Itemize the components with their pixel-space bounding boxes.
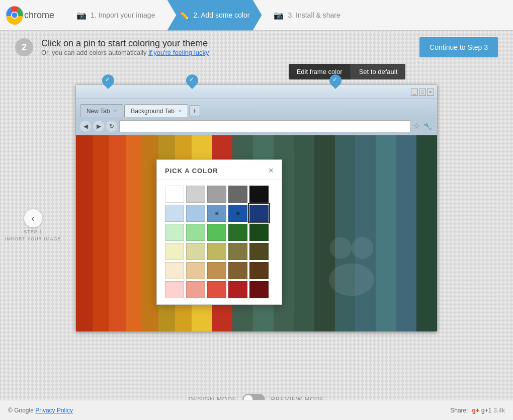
pin-icon-3 xyxy=(329,74,344,91)
color-swatch-1-4[interactable] xyxy=(249,205,269,222)
pin-marker-2[interactable] xyxy=(186,74,200,91)
chrome-logo: chrome xyxy=(5,6,54,25)
color-swatch-4-3[interactable] xyxy=(228,262,247,279)
color-row-4 xyxy=(165,262,274,279)
browser-content: PICK A COLOR × ■■ xyxy=(76,135,437,331)
svg-point-4 xyxy=(352,237,373,259)
minimize-button[interactable]: _ xyxy=(411,89,418,96)
share-section: Share: g+ g+1 3.4k xyxy=(450,407,505,414)
gplus-count: 3.4k xyxy=(493,407,505,414)
pin-marker-1[interactable] xyxy=(102,74,116,91)
svg-point-5 xyxy=(329,264,374,296)
prev-step-button[interactable]: ‹ xyxy=(24,209,42,227)
maximize-button[interactable]: □ xyxy=(419,89,426,96)
color-swatch-0-4[interactable] xyxy=(249,186,269,203)
forward-button[interactable]: ▶ xyxy=(93,121,104,132)
address-bar[interactable] xyxy=(119,120,411,132)
color-swatch-4-1[interactable] xyxy=(186,262,205,279)
color-swatch-4-2[interactable] xyxy=(207,262,226,279)
gplus-icon: g+ xyxy=(472,407,479,414)
instructions-heading: Click on a pin to start coloring your th… xyxy=(41,38,209,49)
step-2-nav[interactable]: ✏️ 2. Add some color xyxy=(167,0,262,31)
color-swatch-4-0[interactable] xyxy=(165,262,184,279)
color-picker-close-button[interactable]: × xyxy=(268,166,274,175)
color-swatch-5-3[interactable] xyxy=(228,281,247,298)
instructions-subtext: Or, you can add colors automatically if … xyxy=(41,49,209,56)
color-swatch-3-1[interactable] xyxy=(186,243,205,260)
color-swatch-3-3[interactable] xyxy=(228,243,247,260)
color-swatch-5-1[interactable] xyxy=(186,281,205,298)
camera-icon-1: 📷 xyxy=(76,11,87,20)
browser-tabs: New Tab × Background Tab × + xyxy=(76,99,437,117)
pin-icon-1 xyxy=(102,74,116,91)
color-swatch-2-1[interactable] xyxy=(186,224,205,241)
left-navigation: ‹ STEP 1 IMPORT YOUR IMAGE xyxy=(5,209,61,241)
color-swatch-5-2[interactable] xyxy=(207,281,226,298)
browser-addressbar: ◀ ▶ ↻ ☆ 🔧 xyxy=(76,117,437,135)
tab-new-tab[interactable]: New Tab × xyxy=(80,104,123,117)
color-swatch-0-3[interactable] xyxy=(228,186,247,203)
gplus-button[interactable]: g+ g+1 3.4k xyxy=(472,407,505,414)
color-swatch-0-0[interactable] xyxy=(165,186,184,203)
tab-new-tab-close[interactable]: × xyxy=(114,108,117,114)
step-nav: 📷 1. Import your image ✏️ 2. Add some co… xyxy=(64,0,513,31)
lucky-link[interactable]: if you're feeling lucky xyxy=(148,49,209,56)
browser-preview-container: _ □ × New Tab × Background Tab × + ◀ ▶ ↻ xyxy=(75,85,438,332)
color-swatch-4-4[interactable] xyxy=(249,262,269,279)
left-arrow-icon: ‹ xyxy=(32,213,35,224)
tab-background-close[interactable]: × xyxy=(179,108,182,114)
tooltip-bar: Edit frame color Set to default xyxy=(0,64,513,79)
color-swatch-5-0[interactable] xyxy=(165,281,184,298)
set-to-default-btn[interactable]: Set to default xyxy=(351,64,406,79)
color-swatch-1-1[interactable] xyxy=(186,205,205,222)
color-strip-2 xyxy=(93,135,109,331)
tab-background-tab[interactable]: Background Tab × xyxy=(124,104,188,117)
camera-icon-3: 📷 xyxy=(274,11,284,20)
color-swatch-0-1[interactable] xyxy=(186,186,205,203)
color-swatch-1-0[interactable] xyxy=(165,205,184,222)
back-button[interactable]: ◀ xyxy=(80,121,91,132)
bookmark-button[interactable]: ☆ xyxy=(411,121,422,132)
privacy-link[interactable]: Privacy Policy xyxy=(35,407,73,414)
color-swatch-5-4[interactable] xyxy=(249,281,269,298)
color-swatch-3-2[interactable] xyxy=(207,243,226,260)
step-3-label: 3. Install & share xyxy=(288,11,340,19)
pencil-icon: ✏️ xyxy=(179,11,189,20)
close-button[interactable]: × xyxy=(427,89,434,96)
step-number: 2 xyxy=(15,38,33,56)
instructions-text: Click on a pin to start coloring your th… xyxy=(41,38,209,56)
tooltip-bubble: Edit frame color Set to default xyxy=(289,64,406,79)
color-strip-4 xyxy=(126,135,142,331)
color-swatch-3-0[interactable] xyxy=(165,243,184,260)
color-swatch-2-3[interactable] xyxy=(228,224,247,241)
step-1-nav[interactable]: 📷 1. Import your image xyxy=(64,0,167,31)
color-row-3 xyxy=(165,243,274,260)
watermark-icon xyxy=(306,221,397,311)
reload-button[interactable]: ↻ xyxy=(106,121,117,132)
main-content: 2 Click on a pin to start coloring your … xyxy=(0,31,513,420)
color-swatch-2-4[interactable] xyxy=(249,224,269,241)
color-swatch-1-3[interactable]: ■ xyxy=(228,205,247,222)
color-picker-header: PICK A COLOR × xyxy=(157,160,282,180)
share-label: Share: xyxy=(450,407,468,414)
pin-icon-2 xyxy=(186,74,200,91)
pin-marker-3[interactable] xyxy=(329,74,344,91)
color-swatch-1-2[interactable]: ■ xyxy=(207,205,226,222)
new-tab-button[interactable]: + xyxy=(189,105,200,116)
settings-button[interactable]: 🔧 xyxy=(422,121,433,132)
continue-button[interactable]: Continue to Step 3 xyxy=(419,37,498,57)
color-swatch-0-2[interactable] xyxy=(207,186,226,203)
color-strip-r11 xyxy=(396,135,417,331)
fake-browser: _ □ × New Tab × Background Tab × + ◀ ▶ ↻ xyxy=(75,85,438,332)
color-swatch-2-0[interactable] xyxy=(165,224,184,241)
step-label: STEP 1 xyxy=(24,229,42,234)
step-3-nav[interactable]: 📷 3. Install & share xyxy=(262,0,352,31)
color-grid: ■■ xyxy=(157,180,282,304)
color-swatch-3-4[interactable] xyxy=(249,243,269,260)
tab-new-tab-label: New Tab xyxy=(87,108,110,115)
color-picker-modal: PICK A COLOR × ■■ xyxy=(156,159,282,305)
chrome-wordmark: chrome xyxy=(24,10,54,21)
footer: © Google Privacy Policy Share: g+ g+1 3.… xyxy=(0,400,513,420)
color-row-0 xyxy=(165,186,274,203)
color-swatch-2-2[interactable] xyxy=(207,224,226,241)
